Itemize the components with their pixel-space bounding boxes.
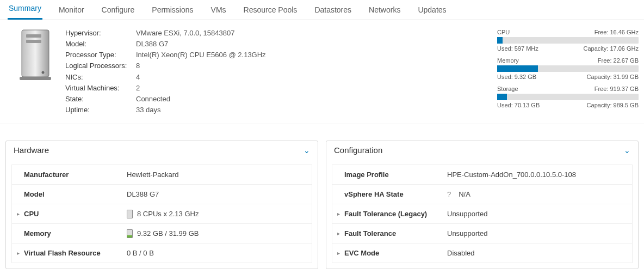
cpu-capacity: Capacity: 17.06 GHz xyxy=(584,45,639,52)
memory-value: 9.32 GB / 31.99 GB xyxy=(137,229,199,238)
memory-meter: Memory Free: 22.67 GB Used: 9.32 GB Capa… xyxy=(497,57,639,80)
hw-model-value: DL388 G7 xyxy=(125,187,312,202)
nics-label: NICs: xyxy=(65,73,136,81)
chevron-right-icon[interactable]: ▸ xyxy=(12,211,24,217)
vflash-key: Virtual Flash Resource xyxy=(24,246,125,260)
manufacturer-value: Hewlett-Packard xyxy=(125,167,312,182)
memory-free: Free: 22.67 GB xyxy=(598,57,639,64)
tab-configure[interactable]: Configure xyxy=(101,5,136,20)
memory-bar-fill xyxy=(497,65,538,72)
svg-rect-2 xyxy=(26,34,41,38)
image-profile-value: HPE-Custom-AddOn_700.0.0.10.5.0-108 xyxy=(445,167,632,182)
memory-key: Memory xyxy=(24,226,125,241)
logical-processors-label: Logical Processors: xyxy=(65,62,136,70)
svg-point-4 xyxy=(42,71,45,74)
evc-value: Disabled xyxy=(445,246,632,260)
memory-capacity: Capacity: 31.99 GB xyxy=(587,74,639,80)
tab-networks[interactable]: Networks xyxy=(368,5,401,20)
cpu-value: 8 CPUs x 2.13 GHz xyxy=(137,210,199,218)
memory-icon xyxy=(127,229,133,238)
cpu-bar-fill xyxy=(497,37,503,44)
image-profile-key: Image Profile xyxy=(344,167,445,182)
tab-vms[interactable]: VMs xyxy=(210,5,227,20)
ft-legacy-value: Unsupported xyxy=(445,206,632,221)
virtual-machines-label: Virtual Machines: xyxy=(65,84,136,92)
model-value: DL388 G7 xyxy=(136,40,497,48)
cpu-meter: CPU Free: 16.46 GHz Used: 597 MHz Capaci… xyxy=(497,29,639,52)
hw-model-key: Model xyxy=(24,187,125,202)
storage-free: Free: 919.37 GB xyxy=(595,86,639,92)
storage-bar-fill xyxy=(497,94,507,100)
chevron-right-icon[interactable]: ▸ xyxy=(332,250,344,256)
storage-meter-name: Storage xyxy=(497,86,518,92)
tabs-bar: Summary Monitor Configure Permissions VM… xyxy=(0,0,644,20)
resource-meters: CPU Free: 16.46 GHz Used: 597 MHz Capaci… xyxy=(497,29,639,114)
uptime-label: Uptime: xyxy=(65,106,136,114)
ha-state-value: N/A xyxy=(459,190,470,198)
tab-resource-pools[interactable]: Resource Pools xyxy=(243,5,299,20)
tab-permissions[interactable]: Permissions xyxy=(151,5,194,20)
uptime-value: 33 days xyxy=(136,106,497,114)
chevron-down-icon[interactable]: ⌄ xyxy=(304,146,310,155)
cpu-icon xyxy=(127,210,133,218)
vflash-value: 0 B / 0 B xyxy=(125,246,312,260)
tab-summary[interactable]: Summary xyxy=(8,4,42,20)
hardware-panel: Hardware ⌄ ▸ Manufacturer Hewlett-Packar… xyxy=(5,141,318,269)
svg-rect-1 xyxy=(20,77,51,80)
storage-bar xyxy=(497,94,639,100)
ft-value: Unsupported xyxy=(445,226,632,241)
chevron-right-icon[interactable]: ▸ xyxy=(332,211,344,217)
virtual-machines-value: 2 xyxy=(136,84,497,92)
memory-used: Used: 9.32 GB xyxy=(497,74,536,80)
chevron-down-icon[interactable]: ⌄ xyxy=(624,146,630,155)
host-icon-wrap xyxy=(5,29,65,114)
evc-key: EVC Mode xyxy=(344,246,445,260)
hardware-title: Hardware xyxy=(14,145,49,155)
storage-meter: Storage Free: 919.37 GB Used: 70.13 GB C… xyxy=(497,86,639,108)
chevron-right-icon[interactable]: ▸ xyxy=(12,250,24,256)
storage-capacity: Capacity: 989.5 GB xyxy=(587,102,639,108)
ft-legacy-key: Fault Tolerance (Legacy) xyxy=(344,206,445,221)
memory-bar xyxy=(497,65,639,72)
cpu-bar xyxy=(497,37,639,44)
question-icon: ? xyxy=(447,190,451,198)
model-label: Model: xyxy=(65,40,136,48)
ha-state-key: vSphere HA State xyxy=(344,187,445,202)
configuration-panel: Configuration ⌄ ▸ Image Profile HPE-Cust… xyxy=(326,141,639,269)
manufacturer-key: Manufacturer xyxy=(24,167,125,182)
cpu-meter-name: CPU xyxy=(497,29,510,35)
chevron-right-icon[interactable]: ▸ xyxy=(332,230,344,236)
memory-meter-name: Memory xyxy=(497,57,519,64)
summary-top: Hypervisor: VMware ESXi, 7.0.0, 15843807… xyxy=(0,20,644,124)
hypervisor-value: VMware ESXi, 7.0.0, 15843807 xyxy=(136,29,497,37)
processor-type-label: Processor Type: xyxy=(65,51,136,59)
panels: Hardware ⌄ ▸ Manufacturer Hewlett-Packar… xyxy=(0,124,644,269)
hypervisor-label: Hypervisor: xyxy=(65,29,136,37)
host-server-icon xyxy=(18,29,52,81)
processor-type-value: Intel(R) Xeon(R) CPU E5606 @ 2.13GHz xyxy=(136,51,497,59)
cpu-used: Used: 597 MHz xyxy=(497,45,538,52)
logical-processors-value: 8 xyxy=(136,62,497,70)
tab-datastores[interactable]: Datastores xyxy=(313,5,352,20)
svg-rect-3 xyxy=(26,40,41,43)
host-details: Hypervisor: VMware ESXi, 7.0.0, 15843807… xyxy=(65,29,497,114)
storage-used: Used: 70.13 GB xyxy=(497,102,540,108)
cpu-free: Free: 16.46 GHz xyxy=(595,29,639,35)
tab-monitor[interactable]: Monitor xyxy=(58,5,85,20)
nics-value: 4 xyxy=(136,73,497,81)
state-label: State: xyxy=(65,95,136,103)
tab-updates[interactable]: Updates xyxy=(417,5,447,20)
ft-key: Fault Tolerance xyxy=(344,226,445,241)
configuration-title: Configuration xyxy=(334,145,382,155)
state-value: Connected xyxy=(136,95,497,103)
cpu-key: CPU xyxy=(24,206,125,221)
